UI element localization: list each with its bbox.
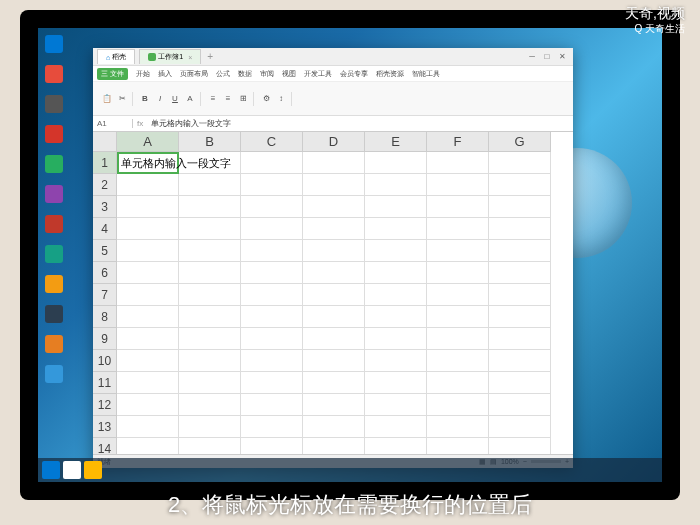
menu-item[interactable]: 审阅 bbox=[260, 69, 274, 79]
cell[interactable] bbox=[179, 284, 241, 306]
menu-item[interactable]: 数据 bbox=[238, 69, 252, 79]
fx-icon[interactable]: fx bbox=[133, 119, 147, 128]
menu-item[interactable]: 插入 bbox=[158, 69, 172, 79]
cell[interactable] bbox=[117, 372, 179, 394]
cell[interactable] bbox=[303, 306, 365, 328]
menu-item[interactable]: 公式 bbox=[216, 69, 230, 79]
cut-icon[interactable]: ✂ bbox=[115, 92, 129, 106]
cell[interactable] bbox=[241, 372, 303, 394]
row-header[interactable]: 13 bbox=[93, 416, 117, 438]
cell[interactable] bbox=[241, 174, 303, 196]
row-header[interactable]: 9 bbox=[93, 328, 117, 350]
row-header[interactable]: 4 bbox=[93, 218, 117, 240]
desktop-icon[interactable] bbox=[43, 93, 65, 115]
desktop-icon[interactable] bbox=[43, 273, 65, 295]
cell[interactable] bbox=[489, 438, 551, 454]
cell[interactable] bbox=[241, 350, 303, 372]
cell[interactable] bbox=[303, 394, 365, 416]
cell[interactable] bbox=[489, 262, 551, 284]
name-box[interactable]: A1 bbox=[93, 119, 133, 128]
cell[interactable] bbox=[427, 350, 489, 372]
cell[interactable] bbox=[303, 372, 365, 394]
cell[interactable] bbox=[489, 174, 551, 196]
row-header[interactable]: 10 bbox=[93, 350, 117, 372]
column-header[interactable]: G bbox=[489, 132, 551, 152]
cell[interactable] bbox=[427, 152, 489, 174]
row-header[interactable]: 14 bbox=[93, 438, 117, 454]
cell[interactable] bbox=[365, 416, 427, 438]
cell[interactable] bbox=[303, 328, 365, 350]
italic-icon[interactable]: I bbox=[153, 92, 167, 106]
menu-item[interactable]: 开发工具 bbox=[304, 69, 332, 79]
close-button[interactable]: ✕ bbox=[555, 51, 569, 63]
cell[interactable] bbox=[179, 394, 241, 416]
cell[interactable] bbox=[179, 416, 241, 438]
cell[interactable] bbox=[427, 416, 489, 438]
cell[interactable] bbox=[489, 416, 551, 438]
merge-icon[interactable]: ⊞ bbox=[236, 92, 250, 106]
column-header[interactable]: C bbox=[241, 132, 303, 152]
cell[interactable] bbox=[117, 438, 179, 454]
spreadsheet-grid[interactable]: ABCDEFG 1单元格内输入一段文字234567891011121314 bbox=[93, 132, 573, 454]
cell[interactable] bbox=[241, 394, 303, 416]
bold-icon[interactable]: B bbox=[138, 92, 152, 106]
cell[interactable] bbox=[365, 372, 427, 394]
cell[interactable] bbox=[489, 240, 551, 262]
minimize-button[interactable]: ─ bbox=[525, 51, 539, 63]
cell[interactable] bbox=[117, 196, 179, 218]
desktop-icon[interactable] bbox=[43, 153, 65, 175]
cell[interactable] bbox=[365, 438, 427, 454]
cell[interactable] bbox=[241, 438, 303, 454]
cell[interactable] bbox=[489, 328, 551, 350]
cell[interactable] bbox=[241, 306, 303, 328]
cell[interactable] bbox=[179, 328, 241, 350]
windows-taskbar[interactable] bbox=[38, 458, 662, 482]
cell[interactable] bbox=[241, 262, 303, 284]
cell[interactable] bbox=[117, 350, 179, 372]
cell[interactable] bbox=[117, 394, 179, 416]
tab-add-button[interactable]: + bbox=[207, 51, 213, 62]
column-header[interactable]: D bbox=[303, 132, 365, 152]
cell[interactable] bbox=[179, 438, 241, 454]
row-header[interactable]: 8 bbox=[93, 306, 117, 328]
cell[interactable] bbox=[427, 372, 489, 394]
cell[interactable] bbox=[117, 262, 179, 284]
cell[interactable] bbox=[365, 262, 427, 284]
taskbar-app[interactable] bbox=[84, 461, 102, 479]
select-all-corner[interactable] bbox=[93, 132, 117, 152]
cell[interactable] bbox=[427, 328, 489, 350]
cell[interactable] bbox=[489, 394, 551, 416]
menu-item[interactable]: 开始 bbox=[136, 69, 150, 79]
desktop-icon[interactable] bbox=[43, 123, 65, 145]
cell[interactable] bbox=[427, 262, 489, 284]
cell[interactable] bbox=[489, 196, 551, 218]
cell[interactable] bbox=[303, 152, 365, 174]
cell[interactable] bbox=[179, 196, 241, 218]
cell[interactable] bbox=[241, 196, 303, 218]
cell[interactable] bbox=[179, 240, 241, 262]
cell[interactable] bbox=[179, 174, 241, 196]
menu-item[interactable]: 稻壳资源 bbox=[376, 69, 404, 79]
cell[interactable] bbox=[427, 284, 489, 306]
column-header[interactable]: A bbox=[117, 132, 179, 152]
cell[interactable] bbox=[241, 218, 303, 240]
column-header[interactable]: F bbox=[427, 132, 489, 152]
cell[interactable] bbox=[303, 196, 365, 218]
file-menu[interactable]: 三 文件 bbox=[97, 68, 128, 80]
align-left-icon[interactable]: ≡ bbox=[206, 92, 220, 106]
cell[interactable]: 单元格内输入一段文字 bbox=[117, 152, 179, 174]
desktop-icon[interactable] bbox=[43, 213, 65, 235]
font-color-icon[interactable]: A bbox=[183, 92, 197, 106]
cell[interactable] bbox=[365, 240, 427, 262]
cell[interactable] bbox=[117, 306, 179, 328]
underline-icon[interactable]: U bbox=[168, 92, 182, 106]
cell[interactable] bbox=[241, 416, 303, 438]
row-header[interactable]: 5 bbox=[93, 240, 117, 262]
desktop-icon[interactable] bbox=[43, 243, 65, 265]
cell[interactable] bbox=[427, 240, 489, 262]
cell[interactable] bbox=[365, 328, 427, 350]
cell[interactable] bbox=[117, 328, 179, 350]
menu-item[interactable]: 会员专享 bbox=[340, 69, 368, 79]
cell[interactable] bbox=[365, 218, 427, 240]
cell[interactable] bbox=[489, 152, 551, 174]
